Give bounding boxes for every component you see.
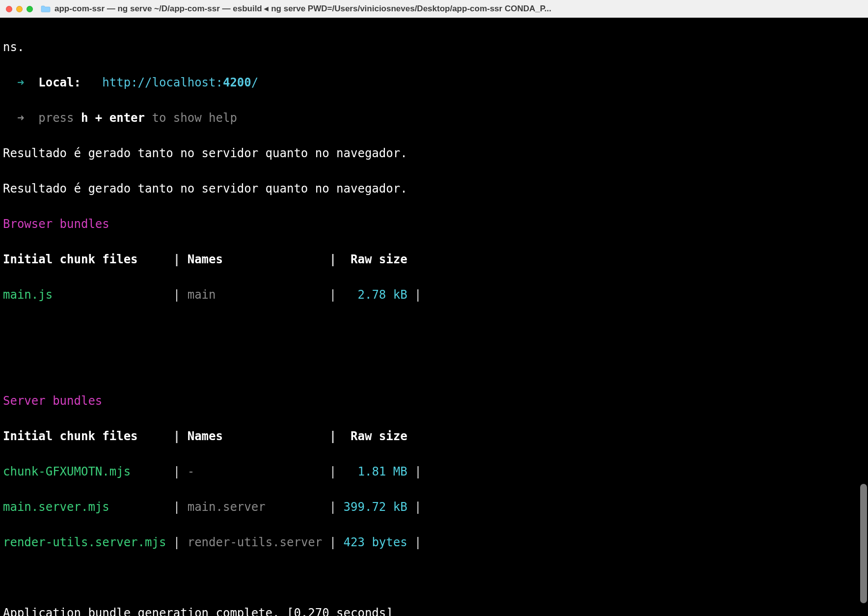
- blank-line: [3, 569, 865, 587]
- scrollbar[interactable]: [860, 19, 867, 615]
- table-header: Initial chunk files | Names | Raw size: [3, 251, 865, 268]
- table-row: chunk-GFXUMOTN.mjs | - | 1.81 MB |: [3, 463, 865, 480]
- table-row: render-utils.server.mjs | render-utils.s…: [3, 533, 865, 551]
- window-title: app-com-ssr — ng serve ~/D/app-com-ssr —…: [54, 2, 862, 15]
- table-row: main.server.mjs | main.server | 399.72 k…: [3, 498, 865, 516]
- output-line: ns.: [3, 38, 865, 56]
- scrollbar-thumb[interactable]: [860, 484, 867, 603]
- output-line: ➜ Local: http://localhost:4200/: [3, 74, 865, 91]
- output-line: ➜ press h + enter to show help: [3, 109, 865, 127]
- maximize-button[interactable]: [27, 6, 33, 12]
- minimize-button[interactable]: [16, 6, 23, 12]
- local-label: Local:: [38, 76, 81, 89]
- output-line: Resultado é gerado tanto no servidor qua…: [3, 180, 865, 197]
- local-url: http://localhost:4200/: [102, 76, 258, 89]
- terminal-output[interactable]: ns. ➜ Local: http://localhost:4200/ ➜ pr…: [0, 18, 868, 616]
- folder-icon: [41, 5, 51, 13]
- table-header: Initial chunk files | Names | Raw size: [3, 427, 865, 445]
- arrow-icon: ➜: [17, 76, 24, 89]
- table-row: main.js | main | 2.78 kB |: [3, 286, 865, 304]
- close-button[interactable]: [6, 6, 12, 12]
- arrow-icon: ➜: [17, 111, 24, 125]
- section-header-server: Server bundles: [3, 392, 865, 410]
- blank-line: [3, 321, 865, 339]
- traffic-lights: [6, 6, 33, 12]
- output-line: Resultado é gerado tanto no servidor qua…: [3, 144, 865, 162]
- window-titlebar: app-com-ssr — ng serve ~/D/app-com-ssr —…: [0, 0, 868, 18]
- section-header-browser: Browser bundles: [3, 215, 865, 233]
- output-line: Application bundle generation complete. …: [3, 604, 865, 616]
- blank-line: [3, 357, 865, 374]
